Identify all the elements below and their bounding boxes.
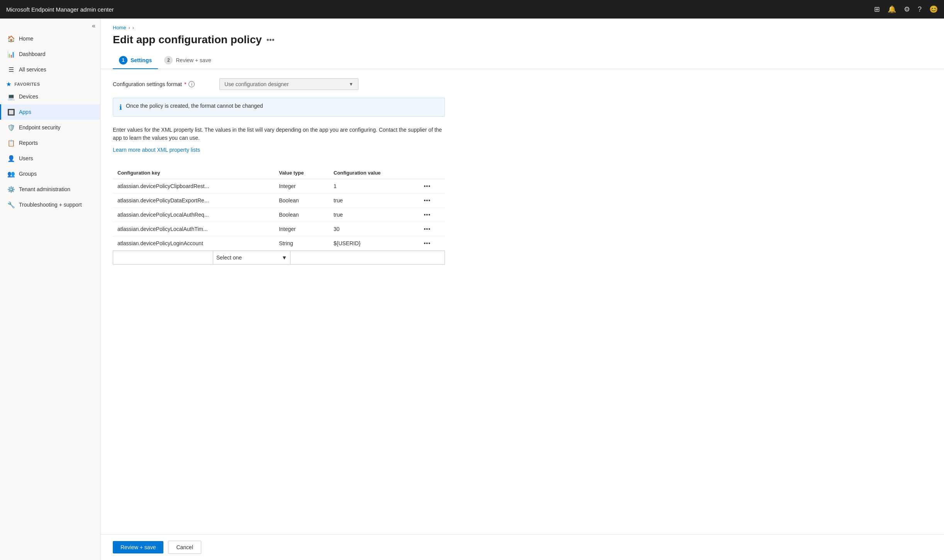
- sidebar-item-all-services[interactable]: ☰ All services: [0, 62, 100, 77]
- cell-value: 30: [329, 222, 419, 236]
- sidebar-item-apps-label: Apps: [19, 109, 31, 115]
- new-row-dropdown-label: Select one: [216, 255, 242, 261]
- new-row-chevron-icon: ▼: [282, 255, 287, 261]
- review-save-button[interactable]: Review + save: [113, 541, 163, 553]
- col-header-type: Value type: [274, 167, 329, 179]
- settings-icon[interactable]: ⚙: [904, 5, 910, 14]
- tab-settings-number: 1: [119, 56, 127, 64]
- troubleshooting-icon: 🔧: [7, 201, 15, 209]
- tab-settings[interactable]: 1 Settings: [113, 52, 158, 69]
- cell-value: 1: [329, 179, 419, 193]
- home-icon: 🏠: [7, 35, 15, 42]
- user-icon[interactable]: 😊: [929, 5, 938, 14]
- topbar-icons: ⊞ 🔔 ⚙ ? 😊: [874, 5, 938, 14]
- sidebar-item-endpoint-security[interactable]: 🛡️ Endpoint security: [0, 120, 100, 135]
- sidebar-item-reports[interactable]: 📋 Reports: [0, 135, 100, 151]
- page-header: Home › › Edit app configuration policy •…: [100, 19, 944, 52]
- sidebar-item-tenant-admin[interactable]: ⚙️ Tenant administration: [0, 182, 100, 197]
- col-header-value: Configuration value: [329, 167, 419, 179]
- sidebar-item-users-label: Users: [19, 155, 33, 161]
- sidebar-item-dashboard-label: Dashboard: [19, 51, 46, 57]
- reports-icon: 📋: [7, 139, 15, 147]
- col-header-key: Configuration key: [113, 167, 274, 179]
- chevron-down-icon: ▼: [349, 81, 353, 87]
- cell-key: atlassian.devicePolicyDataExportRe...: [113, 193, 274, 208]
- row-more-button[interactable]: •••: [419, 222, 445, 236]
- favorites-label: ★ FAVORITES: [0, 77, 100, 89]
- cell-value: true: [329, 193, 419, 208]
- portal-icon[interactable]: ⊞: [874, 5, 880, 14]
- cancel-button[interactable]: Cancel: [168, 541, 201, 554]
- help-icon[interactable]: ?: [918, 5, 922, 14]
- cell-value: ${USERID}: [329, 236, 419, 251]
- tenant-admin-icon: ⚙️: [7, 185, 15, 193]
- sidebar-item-devices-label: Devices: [19, 93, 38, 100]
- sidebar-item-reports-label: Reports: [19, 140, 38, 146]
- format-info-icon[interactable]: i: [188, 81, 195, 87]
- new-row-key-input[interactable]: [113, 251, 213, 265]
- app-title: Microsoft Endpoint Manager admin center: [6, 6, 114, 13]
- config-table: Configuration key Value type Configurati…: [113, 167, 445, 251]
- page-title-more-button[interactable]: •••: [267, 36, 275, 44]
- cell-key: atlassian.devicePolicyLocalAuthTim...: [113, 222, 274, 236]
- sidebar-item-groups-label: Groups: [19, 171, 37, 177]
- info-banner: ℹ Once the policy is created, the format…: [113, 98, 445, 117]
- main-layout: « 🏠 Home 📊 Dashboard ☰ All services ★ FA…: [0, 19, 944, 560]
- topbar: Microsoft Endpoint Manager admin center …: [0, 0, 944, 19]
- sidebar-item-devices[interactable]: 💻 Devices: [0, 89, 100, 104]
- new-row-type-dropdown[interactable]: Select one ▼: [213, 251, 290, 265]
- groups-icon: 👥: [7, 170, 15, 178]
- sidebar-item-users[interactable]: 👤 Users: [0, 151, 100, 166]
- breadcrumb-separator: ›: [129, 25, 130, 31]
- cell-key: atlassian.devicePolicyLocalAuthReq...: [113, 208, 274, 222]
- sidebar-item-tenant-admin-label: Tenant administration: [19, 186, 70, 192]
- new-row-value-input[interactable]: [290, 251, 445, 265]
- apps-icon: 🔲: [7, 108, 15, 116]
- tabs-bar: 1 Settings 2 Review + save: [100, 52, 944, 69]
- info-banner-text: Once the policy is created, the format c…: [126, 103, 263, 109]
- cell-type: Boolean: [274, 208, 329, 222]
- cell-key: atlassian.devicePolicyLoginAccount: [113, 236, 274, 251]
- sidebar-collapse-area: «: [0, 19, 100, 31]
- sidebar-item-home-label: Home: [19, 36, 33, 42]
- format-dropdown[interactable]: Use configuration designer ▼: [219, 78, 358, 90]
- devices-icon: 💻: [7, 93, 15, 100]
- all-services-icon: ☰: [7, 66, 15, 73]
- description-text: Enter values for the XML property list. …: [113, 126, 445, 142]
- table-row: atlassian.devicePolicyLocalAuthReq...Boo…: [113, 208, 445, 222]
- sidebar-item-home[interactable]: 🏠 Home: [0, 31, 100, 46]
- sidebar-item-troubleshooting[interactable]: 🔧 Troubleshooting + support: [0, 197, 100, 212]
- format-label: Configuration settings format * i: [113, 81, 213, 87]
- sidebar-item-dashboard[interactable]: 📊 Dashboard: [0, 46, 100, 62]
- required-marker: *: [184, 81, 186, 87]
- table-row: atlassian.devicePolicyLoginAccountString…: [113, 236, 445, 251]
- tab-review-save-number: 2: [164, 56, 173, 64]
- tab-review-save[interactable]: 2 Review + save: [158, 52, 217, 69]
- learn-more-link[interactable]: Learn more about XML property lists: [113, 147, 200, 153]
- row-more-button[interactable]: •••: [419, 179, 445, 193]
- cell-type: Boolean: [274, 193, 329, 208]
- breadcrumb-chevron: ›: [132, 25, 134, 31]
- collapse-button[interactable]: «: [92, 22, 95, 29]
- row-more-button[interactable]: •••: [419, 236, 445, 251]
- cell-type: String: [274, 236, 329, 251]
- sidebar-item-endpoint-security-label: Endpoint security: [19, 124, 60, 131]
- row-more-button[interactable]: •••: [419, 208, 445, 222]
- table-row: atlassian.devicePolicyClipboardRest...In…: [113, 179, 445, 193]
- cell-key: atlassian.devicePolicyClipboardRest...: [113, 179, 274, 193]
- breadcrumb-home[interactable]: Home: [113, 25, 126, 31]
- endpoint-security-icon: 🛡️: [7, 124, 15, 131]
- page-title: Edit app configuration policy: [113, 34, 262, 46]
- cell-value: true: [329, 208, 419, 222]
- table-row: atlassian.devicePolicyDataExportRe...Boo…: [113, 193, 445, 208]
- table-row: atlassian.devicePolicyLocalAuthTim...Int…: [113, 222, 445, 236]
- sidebar-item-troubleshooting-label: Troubleshooting + support: [19, 202, 82, 208]
- sidebar-item-apps[interactable]: 🔲 Apps: [0, 104, 100, 120]
- users-icon: 👤: [7, 154, 15, 162]
- sidebar-item-groups[interactable]: 👥 Groups: [0, 166, 100, 182]
- cell-type: Integer: [274, 222, 329, 236]
- row-more-button[interactable]: •••: [419, 193, 445, 208]
- new-row-container: Select one ▼: [113, 251, 445, 265]
- dashboard-icon: 📊: [7, 50, 15, 58]
- bell-icon[interactable]: 🔔: [888, 5, 896, 14]
